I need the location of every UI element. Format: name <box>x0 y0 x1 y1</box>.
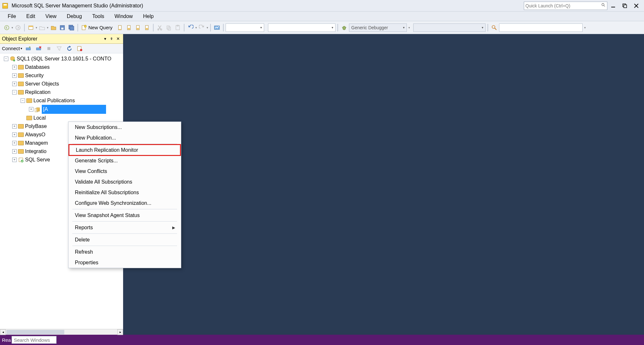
expand-icon[interactable]: + <box>12 65 17 69</box>
redo-button[interactable] <box>198 23 206 32</box>
chevron-down-icon: ▾ <box>21 47 22 50</box>
expand-icon[interactable]: + <box>12 82 17 86</box>
sqlagent-icon <box>18 157 24 163</box>
database-dropdown[interactable]: ▾ <box>226 23 264 32</box>
new-project-button[interactable] <box>27 23 35 32</box>
activity-monitor-button[interactable] <box>213 23 221 32</box>
connect-server-button[interactable] <box>24 44 32 53</box>
ctx-view-snapshot-agent-status[interactable]: View Snapshot Agent Status <box>68 210 181 221</box>
menu-view[interactable]: View <box>40 12 61 21</box>
ctx-launch-replication-monitor[interactable]: Launch Replication Monitor <box>68 144 181 156</box>
chevron-down-icon[interactable]: ▾ <box>408 26 410 29</box>
analysis-button[interactable] <box>125 23 133 32</box>
toolbar-search-box[interactable] <box>499 23 583 32</box>
ctx-delete[interactable]: Delete <box>68 234 181 245</box>
find-button[interactable] <box>490 23 498 32</box>
dmx-button[interactable] <box>143 23 151 32</box>
collapse-icon[interactable]: − <box>12 90 17 95</box>
ctx-item-label: View Conflicts <box>75 168 107 174</box>
tree-security-node[interactable]: + Security <box>12 71 123 80</box>
menu-help[interactable]: Help <box>138 12 159 21</box>
ctx-generate-scripts[interactable]: Generate Scripts... <box>68 155 181 166</box>
collapse-icon[interactable]: − <box>4 57 8 61</box>
chevron-down-icon[interactable]: ▾ <box>47 26 49 29</box>
tree-localpub-node[interactable]: − Local Publications <box>21 96 123 105</box>
ctx-refresh[interactable]: Refresh <box>68 247 181 257</box>
ctx-properties[interactable]: Properties <box>68 257 181 268</box>
copy-button[interactable] <box>165 23 173 32</box>
ctx-item-label: Configure Web Synchronization... <box>75 200 151 206</box>
tree-hscrollbar[interactable]: ◂ ▸ <box>0 329 123 335</box>
chevron-down-icon[interactable]: ▾ <box>584 26 586 29</box>
scroll-left-icon[interactable]: ◂ <box>0 329 6 335</box>
chevron-down-icon[interactable]: ▾ <box>207 26 208 29</box>
minimize-button[interactable] <box>607 1 619 10</box>
cut-button[interactable] <box>156 23 164 32</box>
tree-localsub-node[interactable]: Local <box>21 114 123 122</box>
quick-launch-input[interactable] <box>525 3 601 8</box>
script-db-button[interactable] <box>116 23 124 32</box>
panel-menu-button[interactable]: ▾ <box>102 36 108 42</box>
collapse-icon[interactable]: − <box>21 98 25 103</box>
panel-close-button[interactable]: ✕ <box>115 36 121 42</box>
tree-publication-node[interactable]: + [A <box>29 105 123 114</box>
filter-settings-button[interactable] <box>76 44 84 53</box>
solution-dropdown[interactable]: ▾ <box>268 23 335 32</box>
platform-dropdown[interactable]: ▾ <box>413 23 486 32</box>
expand-icon[interactable]: + <box>29 107 33 112</box>
filter-button[interactable] <box>55 44 63 53</box>
ctx-reports[interactable]: Reports▶ <box>68 222 181 233</box>
tree-serverobjects-node[interactable]: + Server Objects <box>12 80 123 88</box>
expand-icon[interactable]: + <box>12 73 17 78</box>
save-all-button[interactable] <box>67 23 76 32</box>
chevron-down-icon[interactable]: ▾ <box>195 26 197 29</box>
ctx-view-conflicts[interactable]: View Conflicts <box>68 166 181 177</box>
nav-forward-button[interactable] <box>14 23 22 32</box>
taskbar-search-input[interactable] <box>12 336 57 344</box>
menu-window[interactable]: Window <box>109 12 138 21</box>
chevron-down-icon[interactable]: ▾ <box>36 26 37 29</box>
disconnect-button[interactable] <box>34 44 43 53</box>
folder-icon <box>18 132 24 137</box>
expand-icon[interactable]: + <box>12 132 17 137</box>
nav-back-chevron-icon[interactable]: ▾ <box>12 26 13 29</box>
expand-icon[interactable]: + <box>12 124 17 129</box>
ctx-item-label: New Publication... <box>75 135 116 141</box>
panel-pin-button[interactable] <box>108 36 115 42</box>
scroll-thumb[interactable] <box>6 330 64 334</box>
nav-back-button[interactable] <box>3 23 11 32</box>
connect-button[interactable]: Connect ▾ <box>2 46 22 51</box>
ctx-reinitialize-all-subscriptions[interactable]: Reinitialize All Subscriptions <box>68 187 181 198</box>
expand-icon[interactable]: + <box>12 141 17 145</box>
stop-button[interactable] <box>45 44 53 53</box>
ctx-new-publication[interactable]: New Publication... <box>68 132 181 143</box>
paste-button[interactable] <box>174 23 182 32</box>
mdx-button[interactable] <box>134 23 142 32</box>
ctx-new-subscriptions[interactable]: New Subscriptions... <box>68 122 181 132</box>
new-query-label: New Query <box>88 25 112 30</box>
tree-databases-node[interactable]: + Databases <box>12 63 123 71</box>
quick-launch-box[interactable] <box>524 2 607 10</box>
close-button[interactable] <box>631 1 642 10</box>
refresh-button[interactable] <box>65 44 74 53</box>
scroll-right-icon[interactable]: ▸ <box>117 329 123 335</box>
save-button[interactable] <box>58 23 67 32</box>
menu-tools[interactable]: Tools <box>87 12 109 21</box>
tree-server-node[interactable]: − SQL1 (SQL Server 13.0.1601.5 - CONTO <box>4 55 123 63</box>
open-file-button[interactable] <box>49 23 58 32</box>
new-query-button[interactable]: New Query <box>80 23 115 32</box>
undo-button[interactable] <box>186 23 195 32</box>
tree-replication-node[interactable]: − Replication <box>12 88 123 96</box>
folder-icon <box>18 124 24 129</box>
expand-icon[interactable]: + <box>12 149 17 154</box>
menu-edit[interactable]: Edit <box>21 12 40 21</box>
maximize-button[interactable] <box>619 1 631 10</box>
debugger-dropdown[interactable]: Generic Debugger ▾ <box>349 23 407 32</box>
open-button[interactable] <box>38 23 46 32</box>
separator <box>153 24 154 32</box>
menu-debug[interactable]: Debug <box>62 12 87 21</box>
menu-file[interactable]: File <box>3 12 21 21</box>
ctx-configure-web-synchronization[interactable]: Configure Web Synchronization... <box>68 198 181 208</box>
expand-icon[interactable]: + <box>12 158 17 162</box>
ctx-validate-all-subscriptions[interactable]: Validate All Subscriptions <box>68 177 181 187</box>
